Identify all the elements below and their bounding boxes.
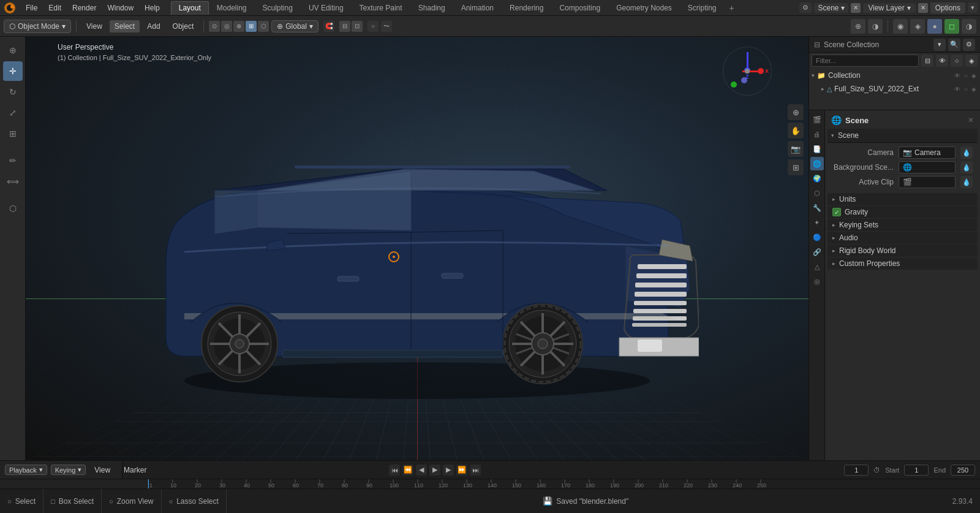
matcap-btn[interactable]: ◑: [962, 19, 976, 34]
object-menu-btn[interactable]: Object: [168, 20, 199, 32]
end-frame-input[interactable]: 250: [951, 465, 975, 476]
camera-eyedropper[interactable]: 💧: [960, 146, 973, 159]
measure-tool-btn[interactable]: ⟺: [3, 172, 23, 191]
scale-tool-btn[interactable]: ⤢: [3, 103, 23, 123]
pan-btn[interactable]: ✋: [788, 123, 804, 139]
scene-section-header[interactable]: ▾ Scene: [827, 129, 978, 143]
cursor-tool-btn[interactable]: ⊕: [3, 40, 23, 60]
current-frame-input[interactable]: 1: [844, 465, 869, 476]
tab-uv-editing[interactable]: UV Editing: [301, 1, 352, 15]
coll-viewport-icon[interactable]: ○: [964, 72, 968, 79]
wireframe-mode-btn[interactable]: ◻: [944, 19, 959, 34]
tab-shading[interactable]: Shading: [410, 1, 453, 15]
active-clip-value[interactable]: 🎬: [899, 176, 956, 188]
transform-tool-btn[interactable]: ⊞: [3, 124, 23, 143]
select-menu-btn[interactable]: Select: [110, 20, 140, 32]
start-frame-input[interactable]: 1: [904, 465, 929, 476]
gizmo-circle[interactable]: Z X: [723, 47, 772, 96]
outliner-settings-btn[interactable]: ⚙: [963, 39, 975, 51]
audio-section[interactable]: ▸ Audio: [827, 232, 978, 244]
proportional-edit[interactable]: ○: [368, 21, 379, 32]
snap-type[interactable]: ⊟: [339, 21, 350, 32]
keying-dropdown[interactable]: Keying ▾: [51, 465, 86, 475]
view-menu-btn[interactable]: View: [81, 20, 107, 32]
view-layer-close-btn[interactable]: ✕: [918, 3, 928, 13]
xray-btn[interactable]: ◑: [868, 19, 883, 34]
tab-geometry-nodes[interactable]: Geometry Nodes: [608, 1, 680, 15]
blender-logo[interactable]: [2, 2, 17, 14]
add-cube-btn[interactable]: ⬡: [3, 199, 23, 218]
scene-selector[interactable]: Scene ▾: [814, 3, 848, 13]
jump-start-btn[interactable]: ⏮: [389, 465, 400, 476]
options-arrow[interactable]: ▾: [968, 2, 978, 13]
mesh-render-icon[interactable]: ◈: [971, 86, 976, 93]
proportional-falloff[interactable]: 〜: [381, 21, 392, 32]
camera-value[interactable]: 📷 Camera: [899, 146, 956, 159]
solid-mode-btn[interactable]: ◉: [893, 19, 908, 34]
add-workspace-button[interactable]: +: [725, 1, 739, 15]
tab-scripting[interactable]: Scripting: [680, 1, 725, 15]
tab-rendering[interactable]: Rendering: [502, 1, 551, 15]
pivot-origin[interactable]: ⊞: [246, 21, 257, 32]
viewport-3d[interactable]: User Perspective (1) Collection | Full_S…: [26, 37, 809, 460]
box-select-status-item[interactable]: □ Box Select: [43, 489, 102, 513]
play-btn[interactable]: ▶: [429, 465, 440, 476]
pivot-active[interactable]: ⬡: [258, 21, 269, 32]
rendered-mode-btn[interactable]: ●: [927, 19, 942, 34]
jump-end-btn[interactable]: ⏭: [470, 465, 481, 476]
props-scene-icon[interactable]: 🌐: [810, 157, 824, 170]
props-particles-icon[interactable]: ✦: [810, 216, 824, 229]
menu-file[interactable]: File: [21, 2, 42, 13]
timeline-view-btn[interactable]: View: [89, 464, 115, 476]
step-forward-btn[interactable]: ▶: [443, 465, 454, 476]
ortho-btn[interactable]: ⊞: [788, 159, 804, 175]
zoom-to-fit-btn[interactable]: ⊕: [788, 104, 804, 120]
coll-vis-icon[interactable]: 👁: [954, 72, 960, 79]
move-tool-btn[interactable]: ✛: [3, 61, 23, 81]
menu-window[interactable]: Window: [102, 2, 138, 13]
props-view-layer-icon[interactable]: 📑: [810, 142, 824, 156]
custom-props-section[interactable]: ▸ Custom Properties: [827, 257, 978, 270]
units-section[interactable]: ▸ Units: [827, 193, 978, 205]
mesh-viewport-icon[interactable]: ○: [964, 86, 968, 93]
menu-render[interactable]: Render: [67, 2, 101, 13]
collection-row-2[interactable]: ▸ △ Full_Size_SUV_2022_Ext 👁 ○ ◈: [809, 82, 980, 96]
props-render-icon[interactable]: 🎬: [810, 113, 824, 126]
props-constraints-icon[interactable]: 🔗: [810, 245, 824, 259]
tab-texture-paint[interactable]: Texture Paint: [352, 1, 410, 15]
outliner-filter-icon[interactable]: ⊟: [921, 55, 933, 67]
jump-next-keyframe-btn[interactable]: ⏩: [456, 465, 467, 476]
scene-panel-close-btn[interactable]: ✕: [968, 116, 974, 124]
select-status-item[interactable]: ○ Select: [0, 489, 43, 513]
gravity-checkbox[interactable]: ✓: [832, 208, 841, 216]
zoom-status-item[interactable]: ○ Zoom View: [102, 489, 161, 513]
keying-sets-section[interactable]: ▸ Keying Sets: [827, 219, 978, 231]
outliner-render-toggle[interactable]: ◈: [965, 55, 978, 67]
jump-prev-keyframe-btn[interactable]: ⏪: [402, 465, 413, 476]
outliner-select-toggle[interactable]: ○: [951, 55, 963, 67]
tab-sculpting[interactable]: Sculpting: [255, 1, 301, 15]
tab-compositing[interactable]: Compositing: [551, 1, 608, 15]
props-object-icon[interactable]: ⬡: [810, 186, 824, 200]
view-layer-selector[interactable]: View Layer ▾: [863, 3, 915, 13]
outliner-search-input[interactable]: [812, 55, 919, 67]
show-overlay-btn[interactable]: ⊕: [851, 19, 865, 34]
props-data-icon[interactable]: △: [810, 260, 824, 273]
props-output-icon[interactable]: 🖨: [810, 127, 824, 141]
tab-animation[interactable]: Animation: [453, 1, 502, 15]
mesh-vis-icon[interactable]: 👁: [954, 86, 960, 93]
tab-modeling[interactable]: Modeling: [209, 1, 255, 15]
menu-edit[interactable]: Edit: [43, 2, 66, 13]
transform-orient-selector[interactable]: ⊕ Global ▾: [271, 20, 318, 32]
outliner-filter-btn[interactable]: ▾: [933, 39, 946, 51]
outliner-search-toggle[interactable]: 🔍: [948, 39, 960, 51]
viewport-gizmo[interactable]: Z X: [723, 47, 772, 96]
snap-icon2[interactable]: ⊡: [352, 21, 363, 32]
playback-dropdown[interactable]: Playback ▾: [5, 465, 47, 475]
outliner-vis-toggle[interactable]: 👁: [936, 55, 948, 67]
bg-scene-eyedropper[interactable]: 💧: [960, 161, 973, 173]
props-physics-icon[interactable]: 🔵: [810, 230, 824, 244]
rotate-tool-btn[interactable]: ↻: [3, 82, 23, 102]
material-mode-btn[interactable]: ◈: [910, 19, 925, 34]
props-world-icon[interactable]: 🌍: [810, 172, 824, 185]
